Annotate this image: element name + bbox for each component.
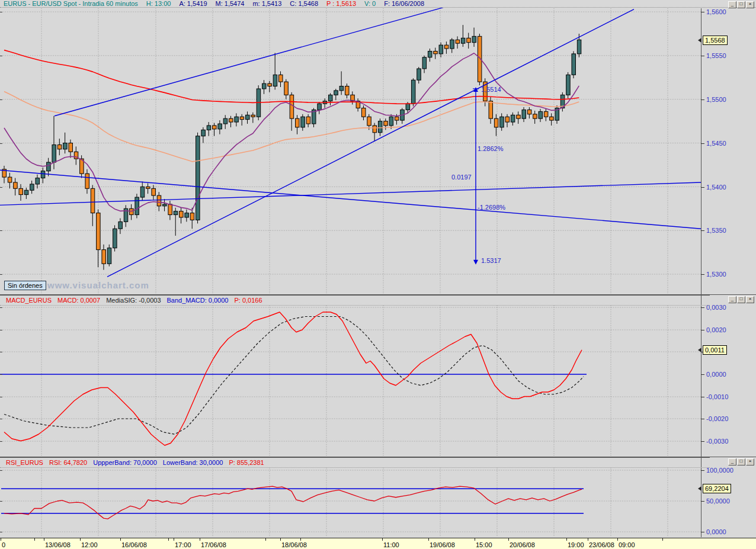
title-segment: H: 13:00 bbox=[146, 0, 171, 7]
measure-annotation: -1.2698% bbox=[478, 204, 505, 211]
candle-down bbox=[157, 195, 161, 206]
minimize-button[interactable]: _ bbox=[728, 458, 736, 465]
close-button[interactable]: × bbox=[746, 458, 754, 465]
candle-up bbox=[378, 121, 382, 133]
candle-up bbox=[41, 171, 45, 178]
maximize-button[interactable]: □ bbox=[737, 296, 745, 303]
axis-tick-left bbox=[0, 12, 2, 12]
time-tick bbox=[428, 538, 429, 541]
measure-annotation: 1.5317 bbox=[481, 257, 501, 264]
macd-signal-line bbox=[4, 317, 584, 435]
axis-tick-label: -0,0010 bbox=[706, 394, 728, 400]
axis-tick bbox=[701, 441, 704, 442]
time-tick-label: 16/06/08 bbox=[121, 541, 147, 548]
candle-up bbox=[328, 95, 332, 101]
candle-up bbox=[235, 117, 239, 122]
title-segment: C: 1,5468 bbox=[290, 0, 318, 7]
candle-up bbox=[511, 115, 515, 122]
visualchart-watermark: www.visualchart.com bbox=[47, 280, 149, 290]
candle-up bbox=[428, 51, 432, 57]
candle-down bbox=[251, 115, 255, 117]
rsi-header: RSI_EURUSRSI: 64,7820UppperBand: 70,0000… bbox=[0, 457, 710, 468]
axis-tick-left bbox=[0, 419, 2, 419]
candle-down bbox=[168, 204, 172, 215]
axis-tick-left bbox=[0, 330, 2, 330]
no-orders-button[interactable]: Sin órdenes bbox=[4, 281, 46, 290]
axis-tick bbox=[701, 470, 704, 471]
axis-tick-left bbox=[0, 56, 2, 56]
time-tick-label: 18/06/08 bbox=[281, 541, 307, 548]
axis-tick-left bbox=[0, 274, 2, 275]
candle-down bbox=[91, 188, 95, 213]
title-segment: P : 1,5613 bbox=[326, 0, 356, 7]
candle-up bbox=[63, 143, 68, 149]
candle-up bbox=[207, 126, 211, 130]
axis-tick bbox=[701, 56, 704, 56]
time-tick bbox=[120, 538, 121, 541]
indicator-header-segment: RSI: 64,7820 bbox=[49, 459, 87, 466]
candle-up bbox=[52, 145, 56, 162]
time-tick bbox=[34, 538, 35, 541]
candle-down bbox=[489, 101, 493, 119]
title-segment: EURUS - EUR/USD Spot - Intradia 60 minut… bbox=[4, 0, 138, 7]
time-tick-label: 0 bbox=[2, 541, 5, 548]
axis-tick bbox=[701, 187, 704, 188]
time-tick bbox=[265, 538, 266, 541]
axis-tick-left bbox=[0, 501, 2, 502]
candle-down bbox=[152, 188, 156, 195]
maximize-button[interactable]: □ bbox=[737, 1, 745, 8]
axis-tick-left bbox=[0, 99, 2, 100]
candle-down bbox=[527, 110, 531, 114]
candle-up bbox=[185, 213, 189, 217]
time-tick-label: 09:00 bbox=[619, 541, 635, 548]
candle-down bbox=[284, 82, 289, 95]
macd-window-buttons: _□× bbox=[728, 296, 754, 303]
time-axis[interactable]: 013/06/0812:0016/06/0817:0017/06/0818/06… bbox=[0, 538, 756, 549]
minimize-button[interactable]: _ bbox=[728, 296, 736, 303]
axis-tick-left bbox=[0, 441, 2, 442]
indicator-header-segment: RSI_EURUS bbox=[6, 459, 43, 466]
close-button[interactable]: × bbox=[746, 1, 754, 8]
title-segment: A: 1,5419 bbox=[179, 0, 207, 7]
axis-tick bbox=[701, 143, 704, 144]
candle-down bbox=[240, 117, 244, 119]
axis-tick-label: -0,0030 bbox=[706, 438, 728, 445]
axis-tick-left bbox=[0, 307, 2, 308]
minimize-button[interactable]: _ bbox=[728, 1, 736, 8]
time-tick bbox=[200, 538, 200, 541]
time-tick-label: 11:00 bbox=[383, 541, 399, 548]
candle-up bbox=[417, 69, 421, 80]
candle-down bbox=[444, 45, 449, 49]
indicator-header-segment: UppperBand: 70,0000 bbox=[93, 459, 157, 466]
maximize-button[interactable]: □ bbox=[737, 458, 745, 465]
title-segment: M: 1,5474 bbox=[216, 0, 245, 7]
candle-down bbox=[229, 118, 233, 122]
candle-up bbox=[522, 110, 526, 118]
time-tick-label: 19:00 bbox=[568, 541, 584, 548]
time-tick bbox=[168, 538, 169, 541]
time-tick bbox=[382, 538, 383, 541]
candle-up bbox=[450, 40, 454, 49]
time-tick bbox=[44, 538, 44, 541]
indicator-header-segment: MACD_EURUS bbox=[6, 297, 52, 304]
axis-tick-label: 50,0000 bbox=[706, 498, 730, 505]
candle-up bbox=[318, 104, 322, 110]
candle-down bbox=[8, 177, 12, 182]
axis-tick-label: 0,0020 bbox=[706, 327, 726, 333]
candle-down bbox=[467, 38, 471, 42]
candle-up bbox=[461, 38, 465, 43]
visual-chart-window: EURUS - EUR/USD Spot - Intradia 60 minut… bbox=[0, 0, 756, 549]
axis-tick bbox=[701, 307, 704, 308]
measure-arrow-down bbox=[473, 260, 478, 265]
axis-tick-label: 1,5450 bbox=[706, 140, 726, 147]
axis-tick-left bbox=[0, 352, 2, 352]
axis-tick-label: 1,5300 bbox=[706, 271, 726, 278]
axis-tick bbox=[701, 274, 704, 275]
candle-down bbox=[69, 143, 73, 152]
axis-tick-label: 0,0000 bbox=[706, 371, 726, 378]
candle-down bbox=[367, 117, 371, 126]
candle-down bbox=[505, 117, 510, 122]
close-button[interactable]: × bbox=[746, 296, 754, 303]
candle-up bbox=[107, 248, 111, 264]
time-tick-label: 20/06/08 bbox=[510, 541, 535, 548]
